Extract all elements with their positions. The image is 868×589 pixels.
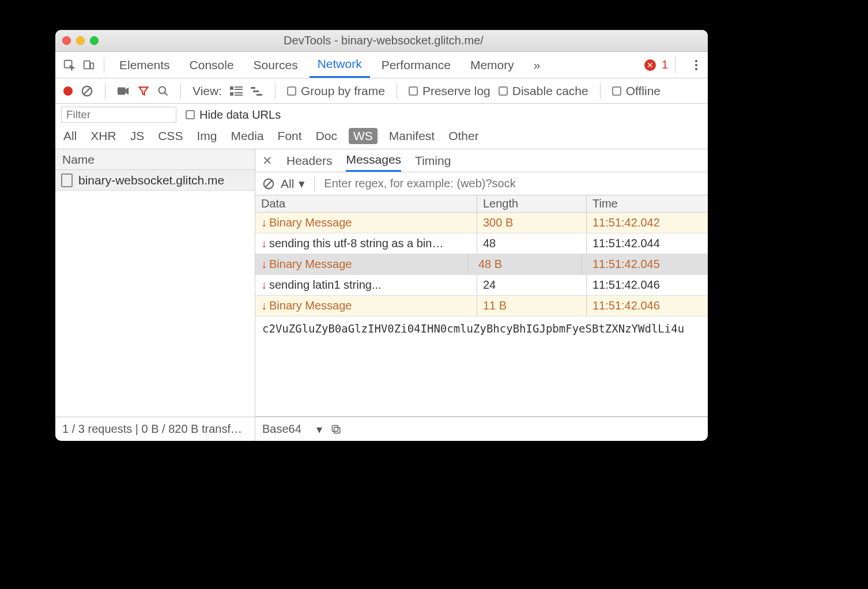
- error-badge-icon[interactable]: ✕: [644, 59, 656, 71]
- message-data: Binary Message: [269, 299, 352, 312]
- tab-elements[interactable]: Elements: [111, 52, 178, 78]
- filter-bar: Hide data URLs All XHR JS CSS Img Media …: [55, 104, 708, 149]
- clear-messages-icon[interactable]: [262, 178, 275, 190]
- message-data: Binary Message: [269, 216, 352, 229]
- preserve-log-checkbox[interactable]: Preserve log: [409, 84, 490, 98]
- filter-type-ws[interactable]: WS: [349, 128, 378, 144]
- svg-rect-14: [251, 87, 255, 89]
- tab-timing[interactable]: Timing: [415, 149, 451, 172]
- svg-rect-16: [256, 94, 262, 96]
- message-type-select[interactable]: All ▾: [281, 177, 305, 191]
- divider: [275, 83, 276, 99]
- filter-type-img[interactable]: Img: [194, 128, 219, 144]
- message-time: 11:51:42.046: [587, 296, 708, 316]
- disable-cache-checkbox[interactable]: Disable cache: [499, 84, 588, 98]
- message-row[interactable]: ↓sending latin1 string...2411:51:42.046: [255, 275, 708, 296]
- arrow-down-icon: ↓: [261, 258, 267, 271]
- svg-line-7: [165, 92, 168, 95]
- offline-checkbox[interactable]: Offline: [612, 84, 661, 98]
- filter-type-row: All XHR JS CSS Img Media Font Doc WS Man…: [55, 126, 708, 149]
- message-regex-input[interactable]: [324, 177, 701, 190]
- filter-type-xhr[interactable]: XHR: [88, 128, 118, 144]
- search-icon[interactable]: [157, 85, 169, 97]
- svg-rect-1: [84, 61, 90, 69]
- col-header-length[interactable]: Length: [477, 195, 587, 212]
- hide-data-urls-checkbox[interactable]: Hide data URLs: [186, 108, 281, 122]
- tab-sources[interactable]: Sources: [246, 52, 306, 78]
- svg-rect-15: [253, 90, 259, 92]
- status-summary: 1 / 3 requests | 0 B / 820 B transf…: [55, 417, 255, 441]
- divider: [675, 57, 675, 73]
- message-length: 48: [477, 233, 587, 254]
- tab-overflow[interactable]: »: [526, 52, 549, 78]
- message-row[interactable]: ↓Binary Message11 B11:51:42.046: [255, 296, 708, 316]
- filter-type-other[interactable]: Other: [446, 128, 481, 144]
- view-label: View:: [193, 84, 222, 98]
- message-filter-row: All ▾: [255, 172, 708, 195]
- filter-type-js[interactable]: JS: [128, 128, 147, 144]
- filter-input[interactable]: [61, 107, 176, 123]
- copy-icon[interactable]: [330, 424, 342, 435]
- message-length: 24: [477, 275, 587, 295]
- filter-type-manifest[interactable]: Manifest: [387, 128, 437, 144]
- svg-rect-10: [235, 89, 243, 90]
- device-toggle-icon[interactable]: [81, 59, 97, 71]
- detail-tabs: ✕ Headers Messages Timing: [255, 149, 708, 172]
- error-count[interactable]: 1: [662, 58, 668, 71]
- group-by-frame-checkbox[interactable]: Group by frame: [287, 84, 385, 98]
- col-header-time[interactable]: Time: [587, 195, 708, 212]
- close-detail-icon[interactable]: ✕: [262, 154, 273, 168]
- filter-type-css[interactable]: CSS: [156, 128, 185, 144]
- arrow-down-icon: ↓: [261, 299, 267, 312]
- tab-memory[interactable]: Memory: [462, 52, 522, 78]
- file-icon: [61, 173, 73, 187]
- arrow-down-icon: ↓: [261, 278, 267, 292]
- clear-icon[interactable]: [81, 85, 93, 97]
- inspect-icon[interactable]: [61, 59, 77, 71]
- arrow-down-icon: ↓: [261, 237, 267, 250]
- svg-rect-13: [235, 95, 243, 96]
- camera-icon[interactable]: [117, 86, 130, 96]
- message-data: sending latin1 string...: [269, 278, 382, 292]
- view-large-icon[interactable]: [230, 86, 243, 96]
- chevron-down-icon: ▾: [299, 177, 305, 191]
- message-time: 11:51:42.045: [587, 254, 708, 274]
- tab-messages[interactable]: Messages: [346, 149, 401, 172]
- svg-line-4: [84, 87, 91, 95]
- window-title: DevTools - binary-websocket.glitch.me/: [66, 34, 701, 47]
- message-payload[interactable]: c2VuZGluZyB0aGlzIHV0Zi04IHN0cmluZyBhcyBh…: [255, 316, 708, 417]
- svg-point-6: [159, 86, 166, 93]
- divider: [600, 83, 601, 99]
- svg-rect-8: [230, 86, 233, 90]
- encoding-select[interactable]: Base64 ▾: [262, 422, 322, 436]
- status-right: Base64 ▾: [255, 417, 708, 441]
- request-list-header[interactable]: Name: [55, 149, 255, 170]
- tab-console[interactable]: Console: [182, 52, 242, 78]
- message-row[interactable]: ↓Binary Message300 B11:51:42.042: [255, 213, 708, 233]
- messages-body: ↓Binary Message300 B11:51:42.042↓sending…: [255, 213, 708, 316]
- message-length: 48 B: [473, 254, 582, 274]
- tab-performance[interactable]: Performance: [373, 52, 459, 78]
- filter-type-media[interactable]: Media: [228, 128, 266, 144]
- message-time: 11:51:42.044: [587, 233, 708, 254]
- request-name: binary-websocket.glitch.me: [78, 173, 224, 187]
- message-row[interactable]: ↓sending this utf-8 string as a bin…4811…: [255, 233, 708, 254]
- request-list-pane: Name binary-websocket.glitch.me: [55, 149, 255, 417]
- view-waterfall-icon[interactable]: [251, 86, 263, 96]
- kebab-menu-icon[interactable]: [690, 60, 702, 70]
- filter-type-doc[interactable]: Doc: [314, 128, 339, 144]
- tab-network[interactable]: Network: [310, 52, 370, 78]
- tab-headers[interactable]: Headers: [286, 149, 332, 172]
- filter-funnel-icon[interactable]: [138, 85, 149, 97]
- request-list: binary-websocket.glitch.me: [55, 170, 255, 417]
- filter-type-font[interactable]: Font: [276, 128, 304, 144]
- main-tabs: Elements Console Sources Network Perform…: [55, 52, 708, 78]
- message-row[interactable]: ↓Binary Message48 B11:51:42.045: [255, 254, 708, 275]
- filter-type-all[interactable]: All: [61, 128, 79, 144]
- col-header-data[interactable]: Data: [255, 195, 477, 212]
- svg-rect-12: [235, 92, 243, 93]
- message-data: Binary Message: [269, 258, 352, 271]
- record-button[interactable]: [63, 86, 73, 96]
- request-row[interactable]: binary-websocket.glitch.me: [55, 170, 255, 191]
- messages-table: Data Length Time ↓Binary Message300 B11:…: [255, 195, 708, 417]
